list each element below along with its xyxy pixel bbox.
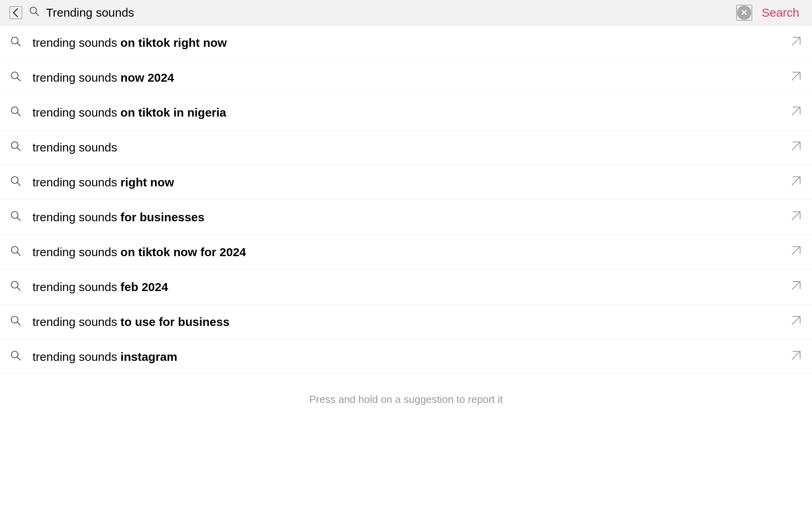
svg-line-22 — [792, 247, 800, 255]
suggestion-text: trending sounds on tiktok now for 2024 — [33, 245, 790, 259]
search-icon — [10, 280, 21, 294]
search-icon — [10, 314, 21, 329]
search-icon — [29, 6, 40, 19]
list-item[interactable]: trending sounds right now — [0, 165, 812, 200]
search-icon — [10, 175, 21, 190]
svg-line-27 — [17, 322, 21, 326]
search-icon — [10, 140, 21, 155]
list-item[interactable]: trending sounds on tiktok now for 2024 — [0, 235, 812, 270]
suggestion-text: trending sounds feb 2024 — [33, 280, 790, 294]
suggestion-text: trending sounds on tiktok in nigeria — [33, 106, 790, 119]
list-item[interactable]: trending sounds feb 2024 — [0, 270, 812, 305]
suggestion-list: trending sounds on tiktok right now tren… — [0, 25, 812, 374]
svg-line-30 — [17, 357, 21, 360]
suggestion-text: trending sounds now 2024 — [33, 71, 790, 84]
autocomplete-arrow-icon[interactable] — [790, 279, 802, 295]
svg-point-0 — [30, 7, 36, 13]
search-icon — [10, 245, 21, 259]
clear-icon: ✕ — [737, 6, 751, 20]
autocomplete-arrow-icon[interactable] — [790, 244, 802, 260]
suggestion-text: trending sounds instagram — [33, 350, 790, 364]
svg-line-19 — [792, 212, 800, 220]
suggestion-text: trending sounds to use for business — [33, 315, 790, 329]
svg-line-9 — [17, 113, 21, 116]
list-item[interactable]: trending sounds on tiktok right now — [0, 25, 812, 60]
list-item[interactable]: trending sounds instagram — [0, 339, 812, 374]
clear-button[interactable]: ✕ — [736, 5, 752, 21]
search-icon — [10, 35, 21, 50]
svg-line-4 — [792, 37, 800, 45]
suggestion-text: trending sounds on tiktok right now — [33, 36, 790, 50]
list-item[interactable]: trending sounds — [0, 130, 812, 165]
svg-line-7 — [792, 72, 800, 80]
search-icon — [10, 210, 21, 224]
svg-line-10 — [792, 107, 800, 115]
search-submit-button[interactable]: Search — [758, 6, 802, 19]
list-item[interactable]: trending sounds for businesses — [0, 200, 812, 235]
svg-line-25 — [792, 282, 800, 289]
autocomplete-arrow-icon[interactable] — [790, 105, 802, 121]
svg-line-21 — [17, 253, 21, 256]
autocomplete-arrow-icon[interactable] — [790, 314, 802, 330]
footer-hint: Press and hold on a suggestion to report… — [0, 378, 812, 422]
search-header: ✕ Search — [0, 0, 812, 25]
suggestion-text: trending sounds for businesses — [33, 211, 790, 224]
autocomplete-arrow-icon[interactable] — [790, 70, 802, 86]
svg-line-18 — [17, 218, 21, 221]
list-item[interactable]: trending sounds now 2024 — [0, 60, 812, 95]
list-item[interactable]: trending sounds on tiktok in nigeria — [0, 95, 812, 130]
svg-line-1 — [36, 13, 39, 16]
search-icon — [10, 349, 21, 364]
svg-line-24 — [17, 287, 21, 291]
search-icon — [10, 105, 21, 120]
list-item[interactable]: trending sounds to use for business — [0, 305, 812, 339]
svg-line-28 — [792, 316, 800, 324]
search-input[interactable] — [46, 6, 730, 19]
autocomplete-arrow-icon[interactable] — [790, 35, 802, 51]
svg-line-3 — [17, 43, 21, 46]
svg-line-12 — [17, 148, 21, 151]
svg-line-31 — [792, 351, 800, 359]
svg-line-6 — [17, 78, 21, 81]
suggestion-text: trending sounds right now — [33, 176, 790, 189]
search-icon — [10, 70, 21, 85]
autocomplete-arrow-icon[interactable] — [790, 174, 802, 190]
autocomplete-arrow-icon[interactable] — [790, 349, 802, 365]
back-button[interactable] — [10, 6, 22, 19]
svg-line-13 — [792, 142, 800, 150]
autocomplete-arrow-icon[interactable] — [790, 140, 802, 155]
autocomplete-arrow-icon[interactable] — [790, 209, 802, 225]
svg-line-15 — [17, 183, 21, 186]
suggestion-text: trending sounds — [33, 141, 790, 154]
svg-line-16 — [792, 177, 800, 185]
